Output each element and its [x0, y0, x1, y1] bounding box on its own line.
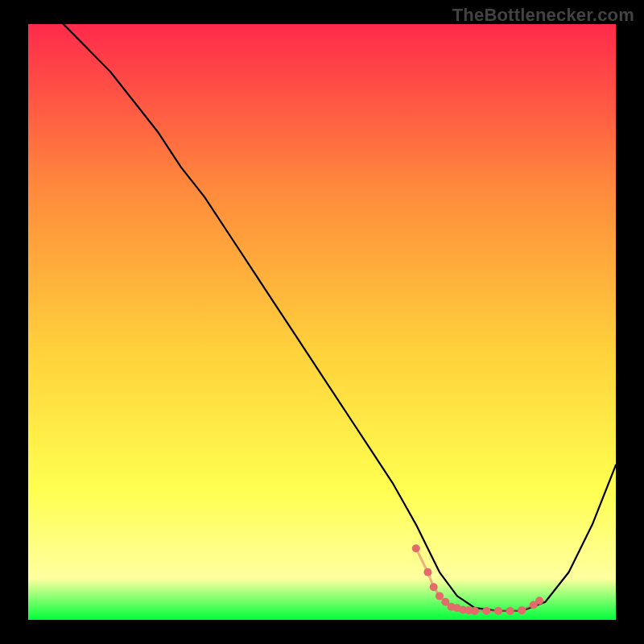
chart-container: TheBottlenecker.com — [0, 0, 644, 644]
plot-background — [28, 24, 616, 620]
highlight-dot — [518, 606, 526, 614]
chart-svg — [28, 24, 616, 620]
plot-area — [28, 24, 616, 620]
highlight-dot — [430, 583, 438, 591]
highlight-dot — [535, 597, 543, 605]
watermark-text: TheBottlenecker.com — [452, 5, 634, 26]
highlight-dot — [506, 607, 514, 615]
highlight-dot — [423, 568, 431, 576]
highlight-dot — [436, 592, 444, 600]
highlight-dot — [494, 607, 502, 615]
highlight-dot — [471, 607, 479, 615]
highlight-dot — [412, 544, 420, 552]
highlight-dot — [482, 607, 490, 615]
